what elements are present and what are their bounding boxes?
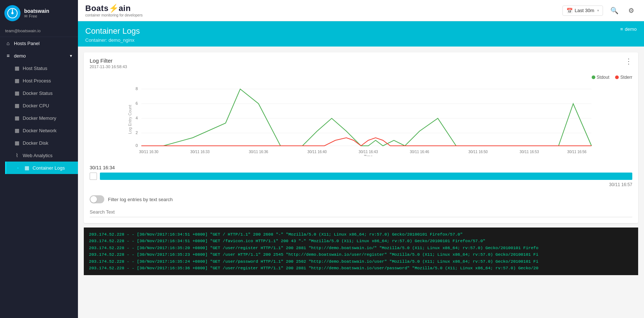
memory-icon: ▦: [14, 115, 20, 121]
topbar: Boats⚡ain container monitoring for devel…: [78, 0, 644, 21]
log-line: 203.174.52.228 - - [30/Nov/2017:16:35:23…: [89, 251, 633, 258]
time-filter-button[interactable]: 📅 Last 30m ▾: [562, 5, 603, 16]
sidebar-user-info: boatswain ✉ Free: [24, 8, 49, 19]
dashboard-icon: ▦: [14, 65, 20, 71]
filter-area: Filter log entries by text search: [84, 192, 638, 223]
svg-text:30/11 16:30: 30/11 16:30: [139, 150, 158, 154]
page-title: Container Logs: [85, 26, 637, 36]
stdout-legend: Stdout: [592, 75, 610, 80]
sidebar-item-demo[interactable]: ≡ demo ▼: [0, 49, 78, 62]
grid-icon: ≡: [5, 53, 11, 59]
page-subtitle: Container: demo_nginx: [85, 37, 637, 43]
sidebar-username: boatswain: [24, 8, 49, 14]
svg-point-2: [11, 12, 14, 14]
process-icon: ▦: [14, 78, 20, 84]
slider-track[interactable]: [100, 173, 632, 180]
log-search-input[interactable]: [90, 207, 632, 217]
log-line: 203.174.52.228 - - [30/Nov/2017:16:35:24…: [89, 258, 633, 265]
log-line: 203.174.52.228 - - [30/Nov/2017:16:35:20…: [89, 245, 633, 251]
svg-text:Time: Time: [364, 154, 372, 156]
logs-active-dot: ●: [15, 165, 21, 171]
filter-toggle-label: Filter log entries by text search: [108, 197, 173, 202]
chart-legend: Stdout Stderr: [90, 75, 632, 80]
sidebar-item-docker-network[interactable]: ▦ Docker Network: [5, 124, 78, 137]
list-icon: ≡: [620, 26, 623, 32]
disk-icon: ▦: [14, 140, 20, 146]
stdout-dot: [592, 75, 595, 79]
svg-text:30/11 16:53: 30/11 16:53: [520, 150, 539, 154]
sidebar-item-hosts-panel[interactable]: ⌂ Hosts Panel: [0, 37, 78, 49]
card-timestamp: 2017-11-30 16:58:43: [90, 64, 127, 69]
chart-area: Stdout Stderr 8 6 4 2 0 Log Ent: [84, 71, 638, 162]
svg-text:30/11 16:33: 30/11 16:33: [190, 150, 210, 154]
card-title: Log Filter: [90, 58, 127, 64]
filter-toggle[interactable]: [90, 195, 104, 203]
card-menu-button[interactable]: ⋮: [625, 58, 632, 65]
log-line: 203.174.52.228 - - [30/Nov/2017:16:35:36…: [89, 265, 633, 271]
filter-toggle-row: Filter log entries by text search: [90, 195, 632, 203]
sidebar-header: boatswain ✉ Free: [0, 0, 78, 26]
main-content: Boats⚡ain container monitoring for devel…: [78, 0, 644, 318]
cpu-icon: ▦: [14, 103, 20, 108]
log-line: 203.174.52.228 - - [30/Nov/2017:16:34:51…: [89, 238, 633, 244]
svg-text:30/11 16:43: 30/11 16:43: [359, 150, 378, 154]
time-end-label: 30/11 16:57: [90, 182, 632, 187]
page-header: Container Logs Container: demo_nginx ≡ d…: [78, 21, 644, 47]
demo-tag: ≡ demo: [620, 26, 637, 32]
svg-text:30/11 16:40: 30/11 16:40: [307, 150, 327, 154]
chevron-down-icon: ▼: [69, 54, 73, 58]
card-header: Log Filter 2017-11-30 16:58:43 ⋮: [84, 52, 638, 71]
sidebar-plan: ✉ Free: [24, 14, 49, 19]
analytics-icon: ⌇: [14, 152, 20, 158]
svg-text:30/11 16:36: 30/11 16:36: [249, 150, 268, 154]
log-chart: 8 6 4 2 0 Log Entry Count 30/11 16:30 3: [90, 83, 632, 156]
stderr-legend: Stderr: [615, 75, 632, 80]
svg-text:30/11 16:56: 30/11 16:56: [567, 150, 587, 154]
svg-text:4: 4: [135, 116, 138, 120]
home-icon: ⌂: [5, 40, 11, 46]
svg-text:0: 0: [135, 143, 138, 148]
stderr-dot: [615, 75, 619, 79]
sidebar-item-web-analytics[interactable]: ⌇ Web Analytics: [5, 149, 78, 162]
sidebar-item-host-status[interactable]: ▦ Host Status: [5, 62, 78, 74]
slider-thumb[interactable]: [90, 173, 97, 180]
svg-text:30/11 16:46: 30/11 16:46: [410, 150, 429, 154]
search-icon[interactable]: 🔍: [609, 5, 620, 16]
sidebar-item-container-logs[interactable]: ● ▦ Container Logs: [5, 162, 78, 174]
svg-text:6: 6: [135, 101, 138, 106]
sidebar-subnav: ▦ Host Status ▦ Host Process ▦ Docker St…: [0, 62, 78, 174]
message-icon: ✉: [24, 14, 27, 19]
slider-container[interactable]: [90, 173, 632, 180]
sidebar-item-host-process[interactable]: ▦ Host Process: [5, 74, 78, 87]
sidebar-item-docker-disk[interactable]: ▦ Docker Disk: [5, 137, 78, 149]
logs-icon: ▦: [24, 165, 30, 171]
time-slider-area: 30/11 16:34 30/11 16:57: [84, 162, 638, 192]
sidebar-item-docker-status[interactable]: ▦ Docker Status: [5, 87, 78, 99]
content-area: Log Filter 2017-11-30 16:58:43 ⋮ Stdout …: [78, 47, 644, 318]
app-name: Boats⚡ain: [85, 4, 143, 13]
time-start-label: 30/11 16:34: [90, 165, 632, 170]
log-line: 203.174.52.228 - - [30/Nov/2017:16:34:51…: [89, 231, 633, 238]
sidebar-item-docker-memory[interactable]: ▦ Docker Memory: [5, 112, 78, 124]
settings-icon[interactable]: ⚙: [626, 5, 637, 16]
sidebar: boatswain ✉ Free team@boatswain.io ⌂ Hos…: [0, 0, 78, 318]
time-filter-arrow: ▾: [597, 8, 599, 12]
svg-text:2: 2: [135, 130, 138, 135]
app-subtitle: container monitoring for developers: [85, 13, 143, 17]
log-output: 203.174.52.228 - - [30/Nov/2017:16:34:51…: [84, 228, 638, 275]
sidebar-email: team@boatswain.io: [0, 26, 78, 37]
network-icon: ▦: [14, 127, 20, 133]
calendar-icon: 📅: [566, 8, 573, 14]
app-logo: [4, 5, 20, 21]
log-filter-card: Log Filter 2017-11-30 16:58:43 ⋮ Stdout …: [84, 52, 638, 223]
svg-text:8: 8: [135, 86, 138, 91]
svg-text:Log Entry Count: Log Entry Count: [128, 105, 132, 134]
topbar-logo: Boats⚡ain container monitoring for devel…: [85, 4, 143, 17]
sidebar-item-docker-cpu[interactable]: ▦ Docker CPU: [5, 99, 78, 112]
svg-text:30/11 16:50: 30/11 16:50: [468, 150, 488, 154]
card-header-text: Log Filter 2017-11-30 16:58:43: [90, 58, 127, 69]
docker-status-icon: ▦: [14, 90, 20, 96]
